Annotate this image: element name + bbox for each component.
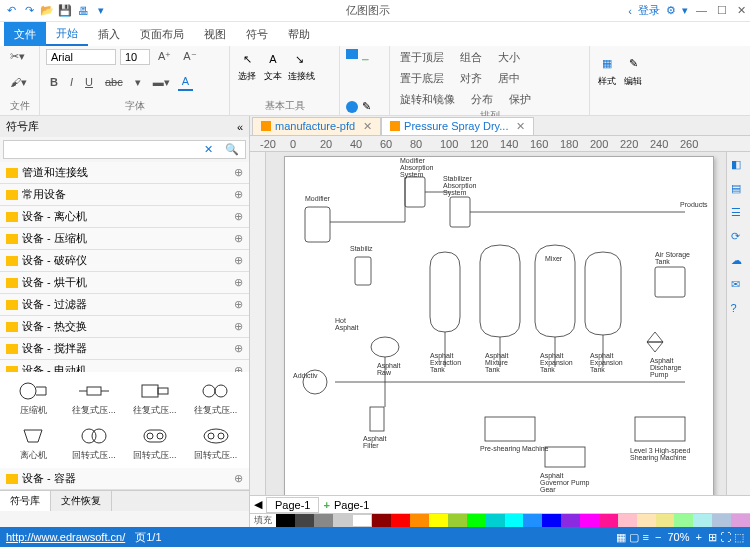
tab-view[interactable]: 视图 xyxy=(194,22,236,46)
help-icon[interactable]: ? xyxy=(731,302,747,318)
layers-icon[interactable]: ▤ xyxy=(731,182,747,198)
prev-page-icon[interactable]: ◀ xyxy=(254,498,262,511)
collapse-panel-icon[interactable]: « xyxy=(237,121,243,133)
tab-insert[interactable]: 插入 xyxy=(88,22,130,46)
shape-rect-icon[interactable] xyxy=(346,49,358,59)
qat-more-icon[interactable]: ▾ xyxy=(94,4,108,18)
shape-item[interactable]: 往复式压... xyxy=(126,376,185,419)
shape-circle-icon[interactable] xyxy=(346,101,358,113)
size-button[interactable]: 大小 xyxy=(494,48,524,67)
search-icon[interactable]: 🔍 xyxy=(219,141,245,158)
expand-icon[interactable]: ⊕ xyxy=(234,472,243,485)
shape-item[interactable]: 压缩机 xyxy=(4,376,63,419)
select-tool-icon[interactable]: ↖ xyxy=(236,48,258,70)
expand-icon[interactable]: ⊕ xyxy=(234,276,243,289)
minimize-icon[interactable]: — xyxy=(696,4,707,17)
expand-icon[interactable]: ⊕ xyxy=(234,364,243,372)
symbol-search[interactable]: ✕ 🔍 xyxy=(3,140,246,159)
shape-item[interactable]: 回转式压... xyxy=(65,421,124,464)
close-tab-icon[interactable]: ✕ xyxy=(516,120,525,133)
themes-icon[interactable]: ◧ xyxy=(731,158,747,174)
view-mode-icon[interactable]: ▦ ▢ ≡ xyxy=(616,531,649,544)
panel-tab-recovery[interactable]: 文件恢复 xyxy=(51,491,112,511)
redo-icon[interactable]: ↷ xyxy=(22,4,36,18)
category-item[interactable]: 设备 - 热交换⊕ xyxy=(0,316,249,338)
page-tab[interactable]: Page-1 xyxy=(266,497,319,513)
cloud-icon[interactable]: ☁ xyxy=(731,254,747,270)
category-item[interactable]: 设备 - 过滤器⊕ xyxy=(0,294,249,316)
save-icon[interactable]: 💾 xyxy=(58,4,72,18)
symbol-search-input[interactable] xyxy=(4,141,198,158)
category-item[interactable]: 设备 - 压缩机⊕ xyxy=(0,228,249,250)
expand-icon[interactable]: ⊕ xyxy=(234,320,243,333)
protect-button[interactable]: 保护 xyxy=(505,90,535,109)
center-button[interactable]: 居中 xyxy=(494,69,524,88)
rotate-button[interactable]: 旋转和镜像 xyxy=(396,90,459,109)
distribute-button[interactable]: 分布 xyxy=(467,90,497,109)
print-icon[interactable]: 🖶 xyxy=(76,4,90,18)
zoom-out-icon[interactable]: − xyxy=(655,531,661,543)
status-url[interactable]: http://www.edrawsoft.cn/ xyxy=(6,531,125,543)
quick-access-toolbar[interactable]: ↶ ↷ 📂 💾 🖶 ▾ xyxy=(4,4,108,18)
tab-start[interactable]: 开始 xyxy=(46,22,88,46)
category-item[interactable]: 设备 - 电动机⊕ xyxy=(0,360,249,372)
category-item[interactable]: 管道和连接线⊕ xyxy=(0,162,249,184)
add-page-icon[interactable]: + xyxy=(323,499,329,511)
comment-icon[interactable]: ✉ xyxy=(731,278,747,294)
tab-symbol[interactable]: 符号 xyxy=(236,22,278,46)
expand-icon[interactable]: ⊕ xyxy=(234,342,243,355)
expand-icon[interactable]: ⊕ xyxy=(234,298,243,311)
expand-icon[interactable]: ⊕ xyxy=(234,210,243,223)
shape-item[interactable]: 离心机 xyxy=(4,421,63,464)
bring-front-button[interactable]: 置于顶层 xyxy=(396,48,448,67)
font-increase-icon[interactable]: A⁺ xyxy=(154,48,175,65)
category-item[interactable]: 设备 - 烘干机⊕ xyxy=(0,272,249,294)
fit-icon[interactable]: ⊞ ⛶ ⬚ xyxy=(708,531,744,544)
shape-item[interactable]: 回转式压... xyxy=(126,421,185,464)
shape-line-icon[interactable]: ⎯ xyxy=(362,48,369,60)
strike-button[interactable]: abc xyxy=(101,74,127,90)
share-icon[interactable]: ⟳ xyxy=(731,230,747,246)
bold-button[interactable]: B xyxy=(46,74,62,90)
zoom-in-icon[interactable]: + xyxy=(695,531,701,543)
tab-help[interactable]: 帮助 xyxy=(278,22,320,46)
color-palette[interactable] xyxy=(276,514,750,527)
share-icon[interactable]: ‹ xyxy=(628,5,632,17)
settings-gear-icon[interactable]: ⚙ xyxy=(666,4,676,17)
italic-button[interactable]: I xyxy=(66,74,77,90)
align-button[interactable]: 对齐 xyxy=(456,69,486,88)
edit-icon[interactable]: ✎ xyxy=(622,53,644,75)
paste-icon[interactable]: ✂▾ xyxy=(6,48,29,65)
file-menu[interactable]: 文件 xyxy=(4,22,46,46)
text-tool-icon[interactable]: A xyxy=(262,48,284,70)
category-list[interactable]: 管道和连接线⊕ 常用设备⊕ 设备 - 离心机⊕ 设备 - 压缩机⊕ 设备 - 破… xyxy=(0,162,249,372)
panel-tab-symbols[interactable]: 符号库 xyxy=(0,491,51,511)
brush-icon[interactable]: 🖌▾ xyxy=(6,74,31,91)
connector-tool-icon[interactable]: ↘ xyxy=(288,48,310,70)
expand-icon[interactable]: ⊕ xyxy=(234,188,243,201)
category-item[interactable]: 设备 - 离心机⊕ xyxy=(0,206,249,228)
canvas[interactable]: Modifier Modifier Absorption System Stab… xyxy=(266,152,726,495)
settings-dropdown-icon[interactable]: ▾ xyxy=(682,4,688,17)
properties-icon[interactable]: ☰ xyxy=(731,206,747,222)
send-back-button[interactable]: 置于底层 xyxy=(396,69,448,88)
shape-item[interactable]: 往复式压... xyxy=(186,376,245,419)
underline-button[interactable]: U xyxy=(81,74,97,90)
group-button[interactable]: 组合 xyxy=(456,48,486,67)
clear-search-icon[interactable]: ✕ xyxy=(198,141,219,158)
font-name-select[interactable] xyxy=(46,49,116,65)
category-item[interactable]: 设备 - 搅拌器⊕ xyxy=(0,338,249,360)
tab-layout[interactable]: 页面布局 xyxy=(130,22,194,46)
font-size-select[interactable] xyxy=(120,49,150,65)
drawing-page[interactable]: Modifier Modifier Absorption System Stab… xyxy=(284,156,714,495)
document-tab[interactable]: manufacture-pfd✕ xyxy=(252,117,381,135)
expand-icon[interactable]: ⊕ xyxy=(234,232,243,245)
close-tab-icon[interactable]: ✕ xyxy=(363,120,372,133)
category-item[interactable]: 常用设备⊕ xyxy=(0,184,249,206)
login-link[interactable]: 登录 xyxy=(638,3,660,18)
document-tab[interactable]: Pressure Spray Dry...✕ xyxy=(381,117,534,135)
shape-item[interactable]: 回转式压... xyxy=(186,421,245,464)
expand-icon[interactable]: ⊕ xyxy=(234,166,243,179)
category-item[interactable]: 设备 - 容器⊕ xyxy=(0,468,249,490)
style-icon[interactable]: ▦ xyxy=(596,53,618,75)
